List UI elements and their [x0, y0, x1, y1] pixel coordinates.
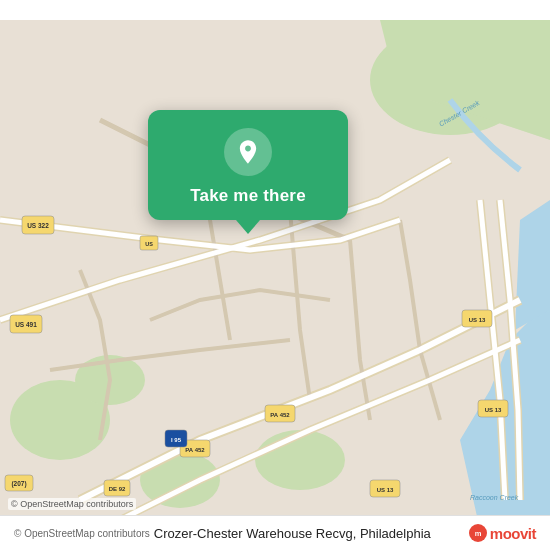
svg-text:US 322: US 322 — [27, 222, 49, 229]
svg-point-5 — [255, 430, 345, 490]
bottom-info-bar: © OpenStreetMap contributors Crozer-Ches… — [0, 515, 550, 550]
osm-attribution: © OpenStreetMap contributors — [14, 528, 150, 539]
location-icon-container — [224, 128, 272, 176]
place-name-label: Crozer-Chester Warehouse Recvg, Philadel… — [154, 526, 469, 541]
take-me-there-button[interactable]: Take me there — [190, 186, 306, 206]
svg-text:US: US — [145, 241, 153, 247]
map-container: US 322 PA 452 US PA 452 PA 452 US 491 US… — [0, 0, 550, 550]
svg-text:US 13: US 13 — [377, 487, 394, 493]
svg-text:Raccoon Creek: Raccoon Creek — [470, 494, 519, 501]
moovit-logo: m moovit — [469, 524, 536, 542]
navigation-popup[interactable]: Take me there — [148, 110, 348, 220]
svg-text:US 13: US 13 — [485, 407, 502, 413]
svg-text:I 95: I 95 — [171, 437, 182, 443]
map-attribution: © OpenStreetMap contributors — [8, 498, 136, 510]
svg-text:US 13: US 13 — [469, 317, 486, 323]
svg-text:US 491: US 491 — [15, 321, 37, 328]
svg-text:m: m — [474, 529, 481, 538]
location-pin-icon — [234, 138, 262, 166]
moovit-brand-text: moovit — [490, 525, 536, 542]
svg-text:(207): (207) — [11, 480, 26, 488]
svg-text:PA 452: PA 452 — [185, 447, 205, 453]
moovit-icon: m — [469, 524, 487, 542]
svg-text:PA 452: PA 452 — [270, 412, 290, 418]
svg-text:DE 92: DE 92 — [109, 486, 126, 492]
